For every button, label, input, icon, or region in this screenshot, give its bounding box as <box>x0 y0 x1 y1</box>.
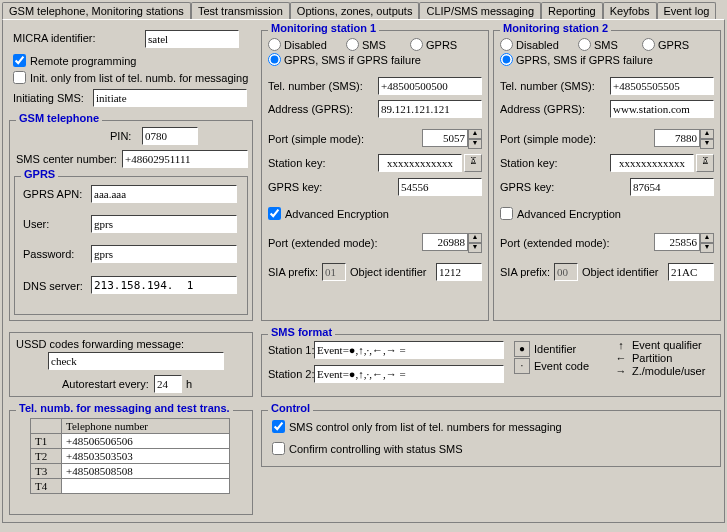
tel-numbers-legend: Tel. numb. for messaging and test trans. <box>16 402 233 414</box>
autorestart-label: Autorestart every: <box>62 378 149 390</box>
ms2-skey-label: Station key: <box>500 157 557 169</box>
gsm-telephone-group: GSM telephone PIN: SMS center number: GP… <box>9 120 253 321</box>
tab-reporting[interactable]: Reporting <box>541 2 603 19</box>
autorestart-input[interactable] <box>154 375 182 393</box>
up-arrow-icon: ▲ <box>700 233 714 243</box>
tab-bar: GSM telephone, Monitoring stations Test … <box>0 0 727 19</box>
tab-test-transmission[interactable]: Test transmission <box>191 2 290 19</box>
sms-center-input[interactable] <box>122 150 248 168</box>
ms1-addr-input[interactable] <box>378 100 482 118</box>
ms2-obj-label: Object identifier <box>582 266 658 278</box>
init-only-checkbox[interactable]: Init. only from list of tel. numb. for m… <box>13 71 248 84</box>
dot-icon: ● <box>514 341 530 357</box>
ms2-obj-input[interactable] <box>668 263 714 281</box>
ms1-obj-input[interactable] <box>436 263 482 281</box>
tab-gsm-monitoring[interactable]: GSM telephone, Monitoring stations <box>2 2 191 20</box>
sms-format-group: SMS format Station 1: Station 2: ●Identi… <box>261 334 721 397</box>
ms2-gprs-radio[interactable]: GPRS <box>642 38 689 51</box>
down-arrow-icon: ▼ <box>700 243 714 253</box>
ms1-tel-label: Tel. number (SMS): <box>268 80 363 92</box>
initiating-sms-input[interactable] <box>93 89 247 107</box>
dns-input[interactable] <box>91 276 237 294</box>
down-arrow-icon: ▼ <box>700 139 714 149</box>
gprs-group: GPRS GPRS APN: User: Password: DNS serve… <box>14 176 248 315</box>
table-row: T4 <box>31 479 230 494</box>
tab-event-log[interactable]: Event log <box>657 2 717 19</box>
ms2-sia-label: SIA prefix: <box>500 266 550 278</box>
apn-label: GPRS APN: <box>23 188 82 200</box>
ms1-adv-enc-checkbox[interactable]: Advanced Encryption <box>268 207 389 220</box>
ms1-gkey-label: GPRS key: <box>268 181 322 193</box>
ms2-skey-input[interactable] <box>610 154 694 172</box>
ms1-skey-input[interactable] <box>378 154 462 172</box>
ms1-sms-radio[interactable]: SMS <box>346 38 386 51</box>
ms2-disabled-radio[interactable]: Disabled <box>500 38 559 51</box>
zmu-label: Z./module/user <box>632 365 705 377</box>
up-arrow-icon: ▲ <box>468 129 482 139</box>
table-row: T3+48508508508 <box>31 464 230 479</box>
tab-clip-sms[interactable]: CLIP/SMS messaging <box>419 2 541 19</box>
sms-format-legend: SMS format <box>268 326 335 338</box>
control-group: Control SMS control only from list of te… <box>261 410 721 467</box>
ms2-legend: Monitoring station 2 <box>500 22 611 34</box>
password-input[interactable] <box>91 245 237 263</box>
ms2-port-label: Port (simple mode): <box>500 133 596 145</box>
ms1-tel-input[interactable] <box>378 77 482 95</box>
tab-options-zones[interactable]: Options, zones, outputs <box>290 2 420 19</box>
ms1-disabled-radio[interactable]: Disabled <box>268 38 327 51</box>
sms-control-only-checkbox[interactable]: SMS control only from list of tel. numbe… <box>272 420 562 433</box>
station2-input[interactable] <box>314 365 504 383</box>
password-label: Password: <box>23 248 74 260</box>
partition-label: Partition <box>632 352 672 364</box>
ms1-gkey-input[interactable] <box>398 178 482 196</box>
ms1-port-label: Port (simple mode): <box>268 133 364 145</box>
user-label: User: <box>23 218 49 230</box>
autorestart-unit: h <box>186 378 192 390</box>
event-code-label: Event code <box>534 360 589 372</box>
ms1-sia-input <box>322 263 346 281</box>
ms2-sms-radio[interactable]: SMS <box>578 38 618 51</box>
ussd-label: USSD codes forwarding message: <box>16 338 184 350</box>
pin-input[interactable] <box>142 127 198 145</box>
up-arrow-icon: ▲ <box>468 233 482 243</box>
ms2-gkey-input[interactable] <box>630 178 714 196</box>
right-arrow-icon: → <box>614 365 628 377</box>
ms2-port-spin[interactable]: ▲▼ <box>654 129 714 149</box>
station2-label: Station 2: <box>268 368 314 380</box>
user-input[interactable] <box>91 215 237 233</box>
ms1-sia-label: SIA prefix: <box>268 266 318 278</box>
ms1-gprs-sms-radio[interactable]: GPRS, SMS if GPRS failure <box>268 53 421 66</box>
ms2-adv-enc-checkbox[interactable]: Advanced Encryption <box>500 207 621 220</box>
ms2-tel-label: Tel. number (SMS): <box>500 80 595 92</box>
ms2-gprs-sms-radio[interactable]: GPRS, SMS if GPRS failure <box>500 53 653 66</box>
remote-programming-checkbox[interactable]: Remote programming <box>13 54 136 67</box>
tel-numbers-table[interactable]: Telephone number T1+48506506506 T2+48503… <box>30 418 230 494</box>
ussd-input[interactable] <box>48 352 224 370</box>
ms1-obj-label: Object identifier <box>350 266 426 278</box>
micra-id-input[interactable] <box>145 30 239 48</box>
ms1-legend: Monitoring station 1 <box>268 22 379 34</box>
ms2-tel-input[interactable] <box>610 77 714 95</box>
tab-keyfobs[interactable]: Keyfobs <box>603 2 657 19</box>
ms2-eport-label: Port (extended mode): <box>500 237 609 249</box>
station1-label: Station 1: <box>268 344 314 356</box>
down-arrow-icon: ▼ <box>468 139 482 149</box>
tel-numbers-group: Tel. numb. for messaging and test trans.… <box>9 410 253 515</box>
ms2-addr-input[interactable] <box>610 100 714 118</box>
confirm-status-sms-checkbox[interactable]: Confirm controlling with status SMS <box>272 442 463 455</box>
ms2-sia-input <box>554 263 578 281</box>
pin-label: PIN: <box>110 130 131 142</box>
apn-input[interactable] <box>91 185 237 203</box>
ms1-eport-spin[interactable]: ▲▼ <box>422 233 482 253</box>
ms1-port-spin[interactable]: ▲▼ <box>422 129 482 149</box>
ms2-eport-spin[interactable]: ▲▼ <box>654 233 714 253</box>
ms1-gprs-radio[interactable]: GPRS <box>410 38 457 51</box>
monitoring-station-1-group: Monitoring station 1 Disabled SMS GPRS G… <box>261 30 489 321</box>
ms1-skey-reveal-button[interactable]: ࿄ <box>464 154 482 172</box>
down-arrow-icon: ▼ <box>468 243 482 253</box>
identifier-label: Identifier <box>534 343 576 355</box>
control-legend: Control <box>268 402 313 414</box>
station1-input[interactable] <box>314 341 504 359</box>
ms1-skey-label: Station key: <box>268 157 325 169</box>
ms2-skey-reveal-button[interactable]: ࿄ <box>696 154 714 172</box>
